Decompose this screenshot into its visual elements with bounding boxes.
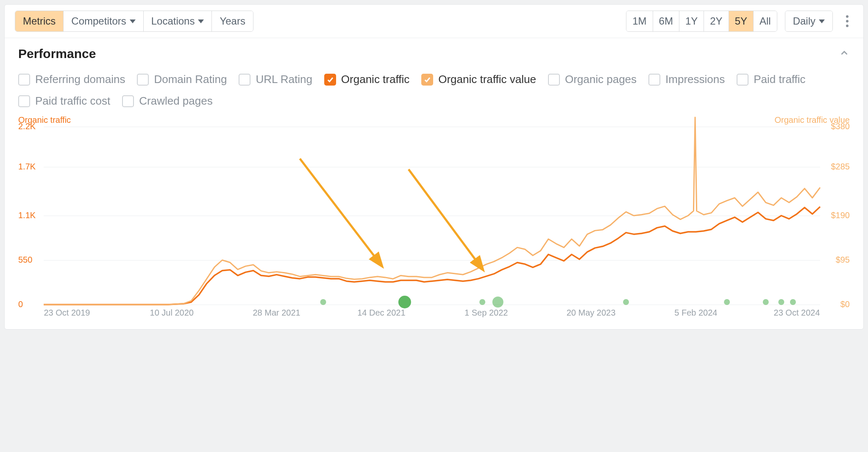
toolbar: Metrics Competitors Locations Years 1M 6…: [5, 5, 863, 38]
metric-toggle[interactable]: Organic pages: [548, 73, 637, 86]
tab-label: Locations: [151, 15, 195, 27]
caret-down-icon: [198, 19, 204, 23]
range-5y[interactable]: 5Y: [729, 11, 753, 31]
y-right-tick: $190: [831, 211, 850, 220]
checkbox-icon: [421, 74, 433, 86]
event-dot[interactable]: [724, 299, 730, 305]
collapse-icon[interactable]: [839, 47, 850, 60]
chart-lines: [44, 127, 820, 305]
range-1m[interactable]: 1M: [626, 11, 652, 31]
metric-toggle[interactable]: Crawled pages: [122, 94, 212, 108]
card-body: Performance Referring domainsDomain Rati…: [5, 38, 863, 329]
range-2y[interactable]: 2Y: [704, 11, 728, 31]
event-dot[interactable]: [763, 299, 769, 305]
checkbox-icon: [648, 74, 660, 86]
metric-toggle[interactable]: URL Rating: [239, 73, 312, 86]
event-dot[interactable]: [320, 299, 326, 305]
metric-label: Paid traffic: [754, 73, 805, 86]
y-right-tick: $95: [836, 255, 850, 265]
x-tick-label: 28 Mar 2021: [253, 308, 300, 318]
y-left-tick: 0: [18, 299, 23, 309]
tab-locations[interactable]: Locations: [143, 11, 212, 31]
date-range-group: 1M 6M 1Y 2Y 5Y All: [626, 11, 777, 32]
range-6m[interactable]: 6M: [653, 11, 679, 31]
y-right-tick: $380: [831, 122, 850, 131]
section-head: Performance: [18, 47, 850, 61]
x-tick-label: 20 May 2023: [567, 308, 616, 318]
tab-years[interactable]: Years: [211, 11, 253, 31]
annotation-arrow: [300, 159, 381, 266]
range-all[interactable]: All: [753, 11, 777, 31]
granularity-select[interactable]: Daily: [785, 11, 833, 32]
event-dot[interactable]: [492, 297, 504, 308]
granularity-label: Daily: [793, 15, 815, 27]
y-left-tick: 2.2K: [18, 122, 36, 131]
checkbox-icon: [18, 74, 30, 86]
y-right-tick: $0: [840, 299, 850, 309]
x-tick-label: 10 Jul 2020: [150, 308, 194, 318]
y-left-tick: 1.1K: [18, 211, 36, 220]
x-tick-label: 23 Oct 2019: [44, 308, 90, 318]
view-tabs: Metrics Competitors Locations Years: [15, 11, 253, 32]
metric-label: Organic traffic value: [438, 73, 536, 86]
chart[interactable]: 23 Oct 201910 Jul 202028 Mar 202114 Dec …: [18, 127, 850, 322]
metric-toggle[interactable]: Impressions: [648, 73, 725, 86]
checkbox-icon: [737, 74, 748, 86]
metric-label: Organic pages: [565, 73, 637, 86]
metric-label: URL Rating: [256, 73, 312, 86]
event-dot[interactable]: [479, 299, 485, 305]
metric-toggles: Referring domainsDomain RatingURL Rating…: [18, 73, 850, 108]
metric-toggle[interactable]: Referring domains: [18, 73, 125, 86]
event-dot[interactable]: [398, 296, 411, 308]
x-tick-label: 14 Dec 2021: [357, 308, 405, 318]
performance-card: Metrics Competitors Locations Years 1M 6…: [4, 4, 864, 330]
x-tick-label: 1 Sep 2022: [465, 308, 508, 318]
tab-competitors[interactable]: Competitors: [63, 11, 143, 31]
annotation-arrow: [409, 169, 482, 269]
range-1y[interactable]: 1Y: [679, 11, 704, 31]
caret-down-icon: [130, 19, 136, 23]
checkbox-icon: [122, 95, 134, 107]
y-left-tick: 1.7K: [18, 162, 36, 172]
caret-down-icon: [819, 19, 825, 23]
metric-toggle[interactable]: Organic traffic: [324, 73, 409, 86]
event-dot[interactable]: [778, 299, 784, 305]
metric-label: Crawled pages: [139, 94, 212, 108]
y-right-tick: $285: [831, 162, 850, 172]
checkbox-icon: [324, 74, 336, 86]
tab-metrics[interactable]: Metrics: [15, 11, 63, 31]
metric-label: Domain Rating: [154, 73, 227, 86]
metric-label: Paid traffic cost: [35, 94, 110, 108]
checkbox-icon: [548, 74, 560, 86]
chart-wrap: Organic traffic Organic traffic value 23…: [18, 115, 850, 322]
y-left-tick: 550: [18, 255, 32, 265]
metric-toggle[interactable]: Paid traffic: [737, 73, 805, 86]
tab-label: Competitors: [71, 15, 126, 27]
checkbox-icon: [18, 95, 30, 107]
section-title: Performance: [18, 47, 96, 61]
event-dot[interactable]: [790, 299, 796, 305]
metric-toggle[interactable]: Domain Rating: [137, 73, 227, 86]
more-menu-icon[interactable]: [841, 15, 853, 27]
metric-label: Impressions: [665, 73, 725, 86]
x-tick-label: 5 Feb 2024: [674, 308, 717, 318]
metric-label: Organic traffic: [341, 73, 409, 86]
metric-label: Referring domains: [35, 73, 125, 86]
checkbox-icon: [239, 74, 250, 86]
metric-toggle[interactable]: Paid traffic cost: [18, 94, 110, 108]
checkbox-icon: [137, 74, 149, 86]
event-dot[interactable]: [623, 299, 629, 305]
metric-toggle[interactable]: Organic traffic value: [421, 73, 536, 86]
x-tick-label: 23 Oct 2024: [774, 308, 820, 318]
